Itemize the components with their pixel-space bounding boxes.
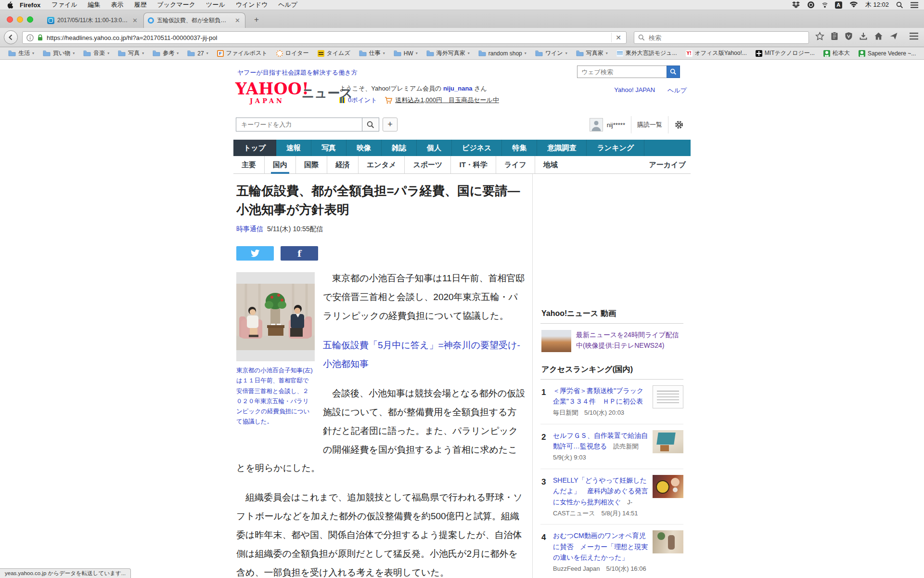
archive-link[interactable]: アーカイブ <box>641 156 691 173</box>
news-nav-tab[interactable]: 映像 <box>346 140 382 156</box>
new-tab-button[interactable]: + <box>250 15 263 25</box>
subscription-list-link[interactable]: 購読一覧 <box>631 116 668 133</box>
news-keyword-input[interactable] <box>236 118 362 131</box>
bookmark-site[interactable]: MITテクノロジー... <box>751 49 819 57</box>
page-info-icon[interactable] <box>26 34 34 41</box>
news-nav-tab[interactable]: 速報 <box>276 140 311 156</box>
news-nav-tab[interactable]: 雑誌 <box>382 140 417 156</box>
news-nav-tab[interactable]: ランキング <box>587 140 644 156</box>
window-zoom-button[interactable] <box>27 16 33 23</box>
source-link[interactable]: 時事通信 <box>236 225 263 233</box>
bookmark-folder[interactable]: ワイン▾ <box>531 49 572 57</box>
menubar-app-name[interactable]: Firefox <box>16 1 46 9</box>
ranking-thumbnail[interactable] <box>653 475 683 498</box>
window-close-button[interactable] <box>7 16 13 23</box>
bookmark-star-icon[interactable] <box>815 32 824 40</box>
yahoo-japan-logo[interactable]: YAHOO! JAPAN <box>235 81 299 105</box>
news-nav-tab[interactable]: 写真 <box>311 140 346 156</box>
creative-cloud-icon[interactable] <box>807 1 815 9</box>
twitter-share-button[interactable] <box>236 246 274 261</box>
video-link[interactable]: 最新ニュースを24時間ライブ配信中(映像提供:日テレNEWS24) <box>576 330 683 352</box>
download-icon[interactable] <box>859 32 868 40</box>
news-category-tab[interactable]: スポーツ <box>404 156 450 173</box>
yahoo-japan-link[interactable]: Yahoo! JAPAN <box>614 86 655 95</box>
bookmark-folder[interactable]: HW▾ <box>389 50 422 57</box>
shopping-promo-link[interactable]: 送料込み1,000円 目玉商品セール中 <box>395 96 499 105</box>
article-photo[interactable] <box>236 272 315 361</box>
news-category-tab[interactable]: ライフ <box>496 156 535 173</box>
bookmark-site[interactable]: タイムズ <box>313 49 355 57</box>
points-link[interactable]: 0ポイント <box>348 96 377 105</box>
menubar-menu-item[interactable]: 表示 <box>106 0 129 9</box>
url-text[interactable]: https://headlines.yahoo.co.jp/hl?a=20170… <box>47 34 608 41</box>
ranking-thumbnail[interactable] <box>653 530 683 553</box>
bookmark-site[interactable]: Sapere Vedere ~... <box>854 50 920 57</box>
news-category-tab[interactable]: 国際 <box>295 156 327 173</box>
web-search-input[interactable] <box>577 66 667 78</box>
news-category-tab[interactable]: 国内 <box>264 156 295 173</box>
url-bar[interactable]: https://headlines.yahoo.co.jp/hl?a=20170… <box>22 31 627 44</box>
spotlight-icon[interactable] <box>896 1 903 9</box>
https-lock-icon[interactable] <box>37 34 43 41</box>
news-category-tab[interactable]: エンタメ <box>358 156 404 173</box>
bookmark-folder[interactable]: 27▾ <box>183 50 212 57</box>
apple-icon[interactable] <box>7 1 13 9</box>
news-category-tab[interactable]: 主要 <box>233 156 264 173</box>
news-category-tab[interactable]: 地域 <box>535 156 566 173</box>
bookmark-site[interactable]: 松本大 <box>819 49 854 57</box>
bookmark-folder[interactable]: random shop▾ <box>474 50 531 57</box>
bluetooth-audio-icon[interactable] <box>822 1 828 8</box>
menubar-menu-item[interactable]: ツール <box>201 0 231 9</box>
bookmark-folder[interactable]: 写真▾ <box>114 49 148 57</box>
ranking-thumbnail[interactable] <box>653 430 683 453</box>
news-category-tab[interactable]: IT・科学 <box>450 156 495 173</box>
reading-list-icon[interactable] <box>831 32 838 40</box>
bookmark-folder[interactable]: 買い物▾ <box>38 49 79 57</box>
browser-tab-calendar[interactable]: 2017/05/11/木 11:00-13:00 | S ✕ <box>43 13 142 28</box>
video-item[interactable]: 最新ニュースを24時間ライブ配信中(映像提供:日テレNEWS24) <box>540 324 683 361</box>
news-search-button[interactable] <box>362 118 379 131</box>
video-thumbnail[interactable] <box>541 330 571 352</box>
back-button[interactable] <box>4 30 18 44</box>
ranking-link[interactable]: SHELLY「どうやって妊娠したんだよ」 産科内診めぐる発言に女性から批判相次ぐ <box>553 476 648 506</box>
promo-notice-link[interactable]: ヤフーが目指す社会課題を解決する働き方 <box>237 68 357 77</box>
news-nav-tab[interactable]: トップ <box>233 140 276 156</box>
browser-search-bar[interactable] <box>634 31 809 44</box>
member-name[interactable]: niju_nana <box>443 85 473 92</box>
news-nav-tab[interactable]: 個人 <box>417 140 452 156</box>
photo-caption-link[interactable]: 東京都の小池百合子知事(左)は１１日午前、首相官邸で安倍晋三首相と会談し、２０２… <box>236 366 315 427</box>
menu-hamburger-icon[interactable] <box>909 32 919 40</box>
wifi-icon[interactable] <box>849 1 858 8</box>
bookmark-folder[interactable]: 参考▾ <box>148 49 183 57</box>
tab-close-icon[interactable]: ✕ <box>131 17 139 24</box>
browser-tab-active-news[interactable]: 五輪仮設費、都が全額負担=パ... ✕ <box>143 13 245 28</box>
ranking-thumbnail[interactable] <box>653 385 683 408</box>
news-nav-tab[interactable]: ビジネス <box>452 140 502 156</box>
settings-gear-icon[interactable] <box>668 116 690 133</box>
menubar-menu-item[interactable]: 履歴 <box>129 0 152 9</box>
tab-close-icon[interactable]: ✕ <box>234 17 241 24</box>
bookmark-site[interactable]: 東外大言語モジュ... <box>612 49 681 57</box>
dropbox-icon[interactable] <box>792 1 800 8</box>
menubar-menu-item[interactable]: ウインドウ <box>231 0 273 9</box>
menubar-menu-item[interactable]: ブックマーク <box>152 0 201 9</box>
bookmark-folder[interactable]: 生活▾ <box>4 49 38 57</box>
news-nav-tab[interactable]: 特集 <box>502 140 537 156</box>
bookmark-folder[interactable]: 仕事▾ <box>355 49 389 57</box>
add-condition-button[interactable]: + <box>383 118 398 131</box>
menubar-menu-item[interactable]: ファイル <box>46 0 82 9</box>
shield-icon[interactable] <box>845 32 853 40</box>
bookmark-folder[interactable]: 海外写真家▾ <box>422 49 474 57</box>
bookmark-site[interactable]: Fファイルポスト <box>213 49 272 57</box>
input-method-icon[interactable]: A <box>835 1 842 9</box>
share-send-icon[interactable] <box>889 32 898 40</box>
home-icon[interactable] <box>874 32 883 40</box>
facebook-share-button[interactable]: f <box>281 246 318 261</box>
news-nav-tab[interactable]: 意識調査 <box>537 140 587 156</box>
menubar-clock[interactable]: 木 12:02 <box>865 0 889 9</box>
bookmark-folder[interactable]: 音楽▾ <box>79 49 114 57</box>
web-search-button[interactable] <box>667 66 680 78</box>
bookmark-folder[interactable]: 写真家▾ <box>572 49 612 57</box>
window-minimize-button[interactable] <box>17 16 23 23</box>
account-segment[interactable]: nij***** <box>584 116 631 133</box>
